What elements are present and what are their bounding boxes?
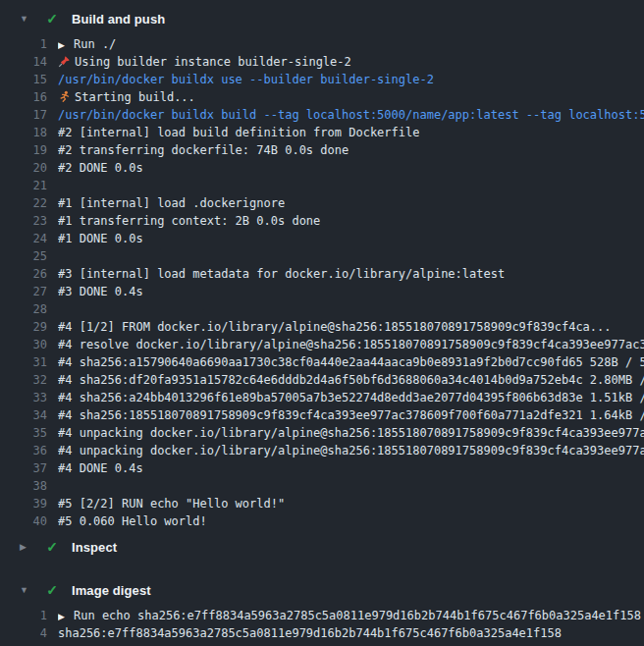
line-number[interactable]: 32 [0, 373, 47, 387]
line-number[interactable]: 18 [0, 126, 47, 139]
line-text: #4 sha256:a24bb4013296f61e89ba57005a7b3e… [58, 389, 644, 406]
log-line: 38 [0, 477, 644, 495]
chevron-right-icon[interactable]: ▶ [20, 542, 30, 552]
line-number[interactable]: 20 [0, 161, 47, 175]
actions-log-viewer: ▼ ✓ Build and push 1▶Run ./14Using build… [0, 0, 644, 646]
log-line: 29#4 [1/2] FROM docker.io/library/alpine… [0, 318, 644, 336]
line-text: #4 sha256:185518070891758909c9f839cf4ca3… [58, 406, 644, 424]
section-inspect: ▶ ✓ Inspect [0, 534, 644, 560]
log-line: 22#1 [internal] load .dockerignore [0, 194, 644, 212]
log-line: 33#4 sha256:a24bb4013296f61e89ba57005a7b… [0, 389, 644, 406]
line-text: #4 [1/2] FROM docker.io/library/alpine@s… [58, 318, 612, 336]
log-line: 39#5 [2/2] RUN echo "Hello world!" [0, 495, 644, 512]
line-number[interactable]: 16 [0, 90, 47, 104]
line-number[interactable]: 40 [0, 514, 47, 528]
line-number[interactable]: 19 [0, 143, 47, 157]
check-icon: ✓ [44, 582, 60, 598]
log-line: 15/usr/bin/docker buildx use --builder b… [0, 71, 644, 88]
log-line: 18#2 [internal] load build definition fr… [0, 124, 644, 141]
play-icon[interactable]: ▶ [58, 608, 74, 625]
section-header-inspect[interactable]: ▶ ✓ Inspect [0, 534, 644, 560]
line-number[interactable]: 29 [0, 320, 47, 334]
line-text: #1 [internal] load .dockerignore [58, 194, 285, 212]
line-number[interactable]: 24 [0, 232, 47, 245]
line-text: #4 unpacking docker.io/library/alpine@sh… [58, 424, 644, 442]
log-line: 35#4 unpacking docker.io/library/alpine@… [0, 424, 644, 442]
line-text: Using builder instance builder-single-2 [58, 53, 351, 71]
log-line: 1▶Run ./ [0, 35, 644, 53]
line-text: ▶Run echo sha256:e7ff8834a5963a2785c5a08… [58, 607, 641, 625]
section-title: Image digest [72, 583, 151, 598]
section-title: Build and push [72, 12, 165, 27]
log-body: 1▶Run echo sha256:e7ff8834a5963a2785c5a0… [0, 603, 644, 646]
check-icon: ✓ [44, 539, 60, 555]
line-text: #4 unpacking docker.io/library/alpine@sh… [58, 442, 644, 459]
line-number[interactable]: 17 [0, 108, 47, 122]
line-number[interactable]: 21 [0, 179, 47, 192]
section-header-image-digest[interactable]: ▼ ✓ Image digest [0, 577, 644, 603]
log-line: 26#3 [internal] load metadata for docker… [0, 265, 644, 283]
line-text: #4 sha256:df20fa9351a15782c64e6dddb2d4a6… [58, 371, 644, 389]
line-text: #4 sha256:a15790640a6690aa1730c38cf0a440… [58, 353, 644, 371]
line-number[interactable]: 15 [0, 73, 47, 86]
play-icon[interactable]: ▶ [58, 36, 74, 54]
line-text: #2 DONE 0.0s [58, 159, 143, 177]
log-line: 31#4 sha256:a15790640a6690aa1730c38cf0a4… [0, 353, 644, 371]
section-header-build-and-push[interactable]: ▼ ✓ Build and push [0, 6, 644, 31]
log-line: 34#4 sha256:185518070891758909c9f839cf4c… [0, 406, 644, 424]
log-line: 30#4 resolve docker.io/library/alpine@sh… [0, 336, 644, 353]
line-text: #3 [internal] load metadata for docker.i… [58, 265, 505, 283]
log-line: 23#1 transferring context: 2B 0.0s done [0, 212, 644, 230]
runner-icon [58, 90, 75, 103]
line-number[interactable]: 22 [0, 196, 47, 210]
line-number[interactable]: 28 [0, 302, 47, 316]
line-number[interactable]: 27 [0, 285, 47, 298]
line-number[interactable]: 1 [0, 609, 47, 622]
pushpin-icon [58, 55, 75, 68]
log-line: 32#4 sha256:df20fa9351a15782c64e6dddb2d4… [0, 371, 644, 389]
line-number[interactable]: 34 [0, 408, 47, 422]
line-number[interactable]: 26 [0, 267, 47, 281]
line-number[interactable]: 1 [0, 37, 47, 51]
line-text: ▶Run ./ [58, 35, 116, 54]
section-build-and-push: ▼ ✓ Build and push 1▶Run ./14Using build… [0, 6, 644, 534]
line-number[interactable]: 37 [0, 461, 47, 475]
line-number[interactable]: 30 [0, 338, 47, 351]
line-number[interactable]: 31 [0, 355, 47, 369]
line-text: /usr/bin/docker buildx build --tag local… [58, 106, 644, 124]
line-text: #4 resolve docker.io/library/alpine@sha2… [58, 336, 644, 353]
line-text: #5 0.060 Hello world! [58, 512, 207, 530]
line-number[interactable]: 35 [0, 426, 47, 440]
line-text: #2 [internal] load build definition from… [58, 124, 419, 141]
line-number[interactable]: 14 [0, 55, 47, 69]
line-text: /usr/bin/docker buildx use --builder bui… [58, 71, 434, 88]
line-number[interactable]: 33 [0, 391, 47, 404]
line-number[interactable]: 25 [0, 249, 47, 263]
line-number[interactable]: 23 [0, 214, 47, 228]
line-text: #5 [2/2] RUN echo "Hello world!" [58, 495, 285, 512]
line-number[interactable]: 4 [0, 626, 47, 640]
line-text: #1 transferring context: 2B 0.0s done [58, 212, 320, 230]
line-number[interactable]: 36 [0, 444, 47, 458]
section-title: Inspect [72, 540, 117, 555]
line-text: #3 DONE 0.4s [58, 283, 143, 300]
line-text: Starting build... [58, 88, 195, 106]
log-line: 36#4 unpacking docker.io/library/alpine@… [0, 442, 644, 459]
line-text: #1 DONE 0.0s [58, 230, 143, 247]
log-line: 28 [0, 300, 644, 318]
log-line: 21 [0, 177, 644, 194]
chevron-down-icon[interactable]: ▼ [20, 585, 30, 595]
line-text: #2 transferring dockerfile: 74B 0.0s don… [58, 141, 349, 159]
line-text: sha256:e7ff8834a5963a2785c5a0811e979d16b… [58, 624, 562, 642]
log-line: 40#5 0.060 Hello world! [0, 512, 644, 530]
log-line: 17/usr/bin/docker buildx build --tag loc… [0, 106, 644, 124]
log-line: 16Starting build... [0, 88, 644, 106]
log-line: 25 [0, 247, 644, 265]
chevron-down-icon[interactable]: ▼ [20, 14, 30, 24]
log-line: 4sha256:e7ff8834a5963a2785c5a0811e979d16… [0, 624, 644, 642]
line-number[interactable]: 39 [0, 497, 47, 511]
log-line: 20#2 DONE 0.0s [0, 159, 644, 177]
line-number[interactable]: 38 [0, 479, 47, 493]
log-line: 19#2 transferring dockerfile: 74B 0.0s d… [0, 141, 644, 159]
line-text: #4 DONE 0.4s [58, 459, 143, 477]
